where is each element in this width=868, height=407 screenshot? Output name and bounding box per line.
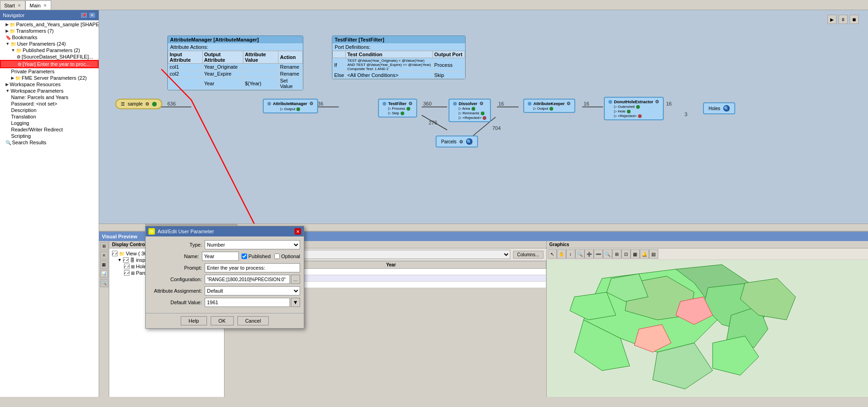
gt-btn-10[interactable]: ▦	[631, 249, 640, 259]
attr-mgr-output-port	[296, 107, 300, 111]
attr-mgr-col-value: Attribute Value	[243, 51, 278, 64]
folder-icon-published: 📁	[16, 48, 22, 53]
vp-table-content: Year 1 1961 2	[224, 261, 546, 397]
bottom-panel: Visual Preview ⊞ ≡ ▦ 📊 🔍 Display Control	[99, 231, 868, 397]
bottom-content: ⊞ ≡ ▦ 📊 🔍 Display Control ✓ 📁	[99, 241, 868, 397]
nav-item-wp-description[interactable]: Description	[0, 107, 99, 113]
canvas-tool-3[interactable]: ⏹	[850, 15, 859, 24]
nav-item-parcels[interactable]: ▶ 📁 Parcels_and_Years_sample [SHAPE...	[0, 21, 99, 28]
vp-row2-num: 2	[225, 275, 236, 282]
test-filter-transformer[interactable]: TestFilter ⚙ ▷ Process ▷ Skip	[378, 99, 417, 118]
gt-btn-6[interactable]: ➖	[594, 249, 603, 259]
vp-holes-checkbox[interactable]: ✓	[124, 264, 130, 269]
vp-columns-btn[interactable]: Columns...	[513, 251, 543, 259]
vp-table-title: Table	[224, 241, 546, 248]
nav-item-workspace-params[interactable]: ▼ Workspace Parameters	[0, 88, 99, 94]
gt-btn-8[interactable]: ⊞	[612, 249, 621, 259]
gt-btn-9[interactable]: ⊡	[621, 249, 631, 259]
expand-arrow-transformers: ▶	[6, 29, 9, 33]
nav-item-fme-server[interactable]: ▶ 📁 FME Server Parameters (22)	[0, 75, 99, 81]
expand-arrow-published: ▼	[11, 48, 15, 53]
parcels-node[interactable]: Parcels ⚙ 🔍	[436, 136, 478, 147]
nav-item-search-results[interactable]: 🔍 Search Results	[0, 139, 99, 146]
vp-btn-5[interactable]: 🔍	[100, 279, 108, 287]
tab-start[interactable]: Start ✕	[0, 0, 25, 10]
sample-icon: ☰	[121, 101, 125, 106]
nav-item-bookmarks[interactable]: 🔖 Bookmarks	[0, 34, 99, 41]
vp-view-checkbox[interactable]: ✓	[112, 251, 118, 256]
vp-parcels-icon: ⊞	[131, 271, 135, 276]
tf-skip-label: ▷ Skip	[388, 111, 399, 115]
tab-main-close[interactable]: ✕	[43, 3, 47, 8]
dissolver-transformer[interactable]: Dissolver ⚙ ▷ Area ▷ Remnants ▷ <Rejecte…	[449, 99, 491, 122]
nav-item-year-param[interactable]: ⚙ [Year] Enter the year to proc...	[0, 60, 99, 68]
gt-btn-7[interactable]: 🔍	[603, 249, 612, 259]
sample-transformer[interactable]: ☰ sample ⚙	[115, 99, 162, 109]
folder-icon-user-params: 📁	[11, 41, 16, 47]
vp-view-item[interactable]: ✓ 📁 View ( 363 )	[111, 250, 222, 257]
nav-item-wp-rwr[interactable]: Reader/Writer Redirect	[0, 126, 99, 133]
vp-btn-4[interactable]: 📊	[100, 270, 108, 278]
vp-parcels-item[interactable]: ✓ ⊞ Parcels ( 360 )	[111, 270, 222, 276]
gt-btn-3[interactable]: ↕	[566, 249, 575, 259]
nav-label-transformers: Transformers (7)	[16, 28, 54, 34]
expand-arrow-fme: ▶	[11, 76, 14, 80]
graphics-section: Graphics ↖ ✋ ↕ 🔍 ➕ ➖ 🔍 ⊞ ⊡ ▦ 🔔	[547, 241, 868, 397]
nav-label-workspace-resources: Workspace Resources	[10, 82, 60, 87]
gt-btn-11[interactable]: 🔔	[640, 249, 649, 259]
nav-item-published-params[interactable]: ▼ 📁 Published Parameters (2)	[0, 47, 99, 53]
donut-label: DonutHoleExtractor	[614, 100, 653, 104]
holes-result-box[interactable]: Holes 🔍	[703, 102, 735, 114]
vp-inspector-item[interactable]: ▼ ✓ 🗄 inspector [FFS] ( 363 )	[111, 257, 222, 263]
holes-search-icon: 🔍	[724, 106, 729, 111]
attr-keeper-transformer[interactable]: AttributeKeeper ⚙ ▷ Output	[523, 99, 575, 113]
donut-rejected-port	[638, 114, 642, 118]
nav-item-wp-name[interactable]: Name: Parcels and Years	[0, 94, 99, 100]
attr-mgr-output-label: ▷ Output	[280, 107, 295, 111]
num-636-1: 636	[167, 101, 176, 106]
canvas-h-scrollbar[interactable]	[99, 224, 868, 231]
nav-item-wp-translation[interactable]: Translation	[0, 113, 99, 120]
tab-start-close[interactable]: ✕	[18, 3, 21, 8]
scrollbar-thumb[interactable]	[145, 224, 237, 230]
nav-item-wp-password[interactable]: Password: <not set>	[0, 100, 99, 107]
graphics-canvas	[547, 260, 868, 397]
vp-btn-1[interactable]: ⊞	[100, 242, 108, 250]
nav-item-workspace-resources[interactable]: ▶ Workspace Resources	[0, 81, 99, 88]
navigator-pin-btn[interactable]: 📌	[80, 12, 88, 18]
navigator-close-btn[interactable]: ✕	[89, 12, 96, 18]
attr-mgr-transformer[interactable]: AttributeManager ⚙ ▷ Output	[263, 99, 318, 113]
canvas-tool-2[interactable]: ⏸	[838, 15, 848, 24]
donut-transformer[interactable]: DonutHoleExtractor ⚙ ▷ Outershell ▷ Hole…	[604, 97, 664, 120]
test-filter-title: TestFilter [TestFilter]	[332, 36, 465, 43]
nav-item-user-params[interactable]: ▼ 📁 User Parameters (24)	[0, 41, 99, 47]
vp-btn-3[interactable]: ▦	[100, 260, 108, 269]
gt-btn-2[interactable]: ✋	[557, 249, 566, 259]
gt-btn-5[interactable]: ➕	[585, 249, 594, 259]
gt-btn-1[interactable]: ↖	[548, 249, 557, 259]
nav-item-wp-logging[interactable]: Logging	[0, 120, 99, 126]
tf-gear: ⚙	[408, 101, 413, 106]
canvas-tool-1[interactable]: ▶	[827, 15, 837, 24]
vp-inspector-label: inspector [FFS] ( 363 )	[136, 257, 186, 263]
vp-btn-2[interactable]: ≡	[100, 251, 108, 260]
attr-mgr-r3c4: Set Value	[278, 77, 303, 90]
canvas-area[interactable]: 636 636 360 276 16 16	[99, 10, 868, 231]
attr-mgr-gear: ⚙	[309, 101, 313, 106]
nav-item-wp-scripting[interactable]: Scripting	[0, 133, 99, 139]
gt-btn-12[interactable]: ▤	[649, 249, 658, 259]
vp-parcels-checkbox[interactable]: ✓	[124, 270, 130, 276]
vp-table-select[interactable]: Holes	[227, 250, 510, 259]
nav-item-transformers[interactable]: ▶ 📁 Transformers (7)	[0, 28, 99, 34]
folder-icon-transformers: 📁	[10, 29, 15, 34]
ak-gear: ⚙	[567, 101, 571, 106]
graphics-toolbar: ↖ ✋ ↕ 🔍 ➕ ➖ 🔍 ⊞ ⊡ ▦ 🔔 ▤	[547, 248, 868, 260]
gt-btn-4[interactable]: 🔍	[575, 249, 585, 259]
tab-main[interactable]: Main ✕	[25, 0, 51, 10]
nav-item-source-dataset[interactable]: ⚙ [SourceDataset_SHAPEFILE]...	[0, 53, 99, 60]
attr-mgr-col-action: Action	[278, 51, 303, 64]
vp-inspector-checkbox[interactable]: ✓	[123, 257, 129, 263]
dissolver-area-label: ▷ Area	[459, 106, 470, 111]
nav-item-private-params[interactable]: Private Parameters	[0, 68, 99, 75]
vp-holes-item[interactable]: ✓ ⊞ Holes ( 3 )	[111, 263, 222, 270]
